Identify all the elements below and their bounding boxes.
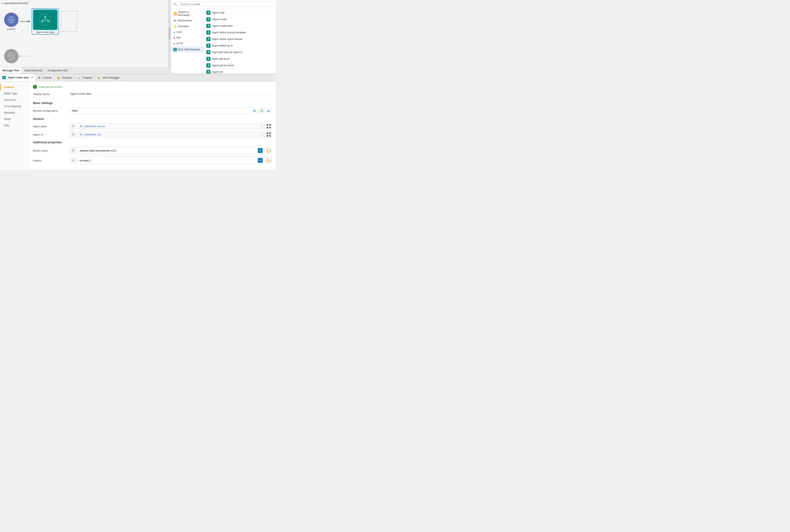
- cat-core[interactable]: ● Core: [171, 29, 204, 35]
- model-name-fx-btn[interactable]: fx: [70, 148, 77, 153]
- palette-search-icon: 🔍: [173, 3, 177, 6]
- agent-id-fx-btn[interactable]: fx: [70, 132, 77, 137]
- model-name-dropdown[interactable]: amazon.titan-text-premier-v1:0 ▾: [78, 147, 265, 154]
- nav-mime-type[interactable]: MIME Type: [0, 90, 29, 97]
- cat-add-modules[interactable]: ⊕ Add Modules: [171, 18, 204, 23]
- nav-help[interactable]: Help: [0, 122, 29, 129]
- nav-metadata[interactable]: Metadata: [0, 109, 29, 116]
- module-config-add-btn[interactable]: [259, 108, 265, 114]
- config-tab-console[interactable]: 🖥 Console: [36, 74, 54, 81]
- config-tab-close[interactable]: ✕: [31, 76, 33, 79]
- core-icon: ●: [173, 31, 175, 34]
- file-icon: ●: [173, 36, 175, 39]
- module-config-label: Module configuration:: [33, 109, 70, 112]
- config-tab-problems[interactable]: ⚠️ Problems: [54, 74, 75, 81]
- svg-rect-70: [267, 127, 268, 128]
- nav-notes[interactable]: Notes: [0, 116, 29, 122]
- agent-get-by-name-item-icon: [206, 63, 210, 68]
- agent-id-matrix-btn[interactable]: [266, 132, 271, 137]
- model-name-refresh-btn[interactable]: [266, 148, 271, 153]
- region-fx-btn[interactable]: fx: [70, 157, 77, 163]
- config-section: Agent create alias ✕ 🖥 Console ⚠️ Proble…: [0, 74, 276, 170]
- agent-create-alias-icon: [33, 10, 58, 30]
- palette-search-input[interactable]: [178, 2, 273, 7]
- listener-label: Listener: [7, 28, 15, 30]
- model-name-label: Model name:: [33, 149, 70, 152]
- display-name-value[interactable]: Agent create alias: [70, 92, 271, 96]
- agent-list-item-icon: [206, 70, 210, 74]
- listener-icon: ↗: [4, 13, 19, 27]
- model-name-row: Model name: fx amazon.titan-text-premier…: [33, 147, 271, 154]
- config-body: General MIME Type Advanced Error Mapping…: [0, 81, 276, 170]
- agent-get-by-id-item-icon: [206, 57, 210, 61]
- agent-alias-input[interactable]: #[ payload.alias ]: [78, 124, 265, 129]
- basic-settings-title: Basic Settings: [33, 101, 271, 106]
- svg-rect-75: [269, 135, 271, 136]
- agent-id-input[interactable]: #[ payload.id ]: [78, 132, 265, 137]
- cat-search-exchange[interactable]: 🔀 Search in Exchange...: [171, 10, 204, 18]
- config-tab-progress[interactable]: 📊 Progress: [75, 74, 95, 81]
- empty-node-placeholder: [61, 11, 77, 32]
- tab-global-elements[interactable]: Global Elements: [22, 67, 45, 74]
- agent-id-input-group: fx #[ payload.id ]: [70, 132, 271, 137]
- cat-mac-aws-bedrock[interactable]: MAC AWS Bedrock: [171, 46, 204, 53]
- tab-configuration-xml[interactable]: Configuration XML: [45, 67, 71, 74]
- listener-node[interactable]: ↗ Listener: [4, 13, 19, 30]
- tab-message-flow[interactable]: Message Flow: [0, 67, 22, 74]
- svg-line-10: [45, 17, 48, 21]
- collapse-triangle[interactable]: ▼: [2, 2, 4, 4]
- palette-item-agent-delete-aliases[interactable]: Agent delete agent aliases: [204, 36, 276, 42]
- module-config-edit-btn[interactable]: [266, 108, 271, 114]
- cat-favorites[interactable]: ⭐ Favorites: [171, 23, 204, 29]
- region-refresh-btn[interactable]: [266, 157, 271, 163]
- config-tab-mule-debugger[interactable]: 🐛 Mule Debugger: [95, 74, 122, 81]
- agent-create-alias-node[interactable]: Agent create alias: [32, 8, 59, 35]
- canvas-area: ▼ aws-bedrockFlow16 ↗ Listener: [0, 0, 171, 74]
- palette-item-agent-list[interactable]: Agent list: [204, 69, 276, 74]
- add-modules-icon: ⊕: [173, 19, 176, 22]
- region-row: Region: fx us-east-1 ▾: [33, 157, 271, 164]
- palette-item-agent-delete-by-id[interactable]: Agent delete by id: [204, 42, 276, 49]
- agent-alias-fx-btn[interactable]: fx: [70, 124, 77, 129]
- palette-item-agent-chat[interactable]: Agent chat: [204, 10, 276, 16]
- cat-http[interactable]: ● HTTP: [171, 41, 204, 46]
- flow-title: aws-bedrockFlow16: [4, 2, 29, 5]
- flow-arrow: [20, 20, 30, 22]
- nav-advanced[interactable]: Advanced: [0, 97, 29, 103]
- status-check-icon: ✓: [33, 85, 37, 89]
- general-section-title: General: [33, 117, 271, 121]
- progress-icon: 📊: [77, 76, 80, 79]
- agent-delete-aliases-item-icon: [206, 37, 210, 41]
- agent-id-label: Agent id:: [33, 133, 70, 136]
- status-text: There are no errors.: [39, 86, 62, 89]
- canvas-title: ▼ aws-bedrockFlow16: [2, 2, 29, 5]
- dashed-return-arrow: [19, 55, 33, 57]
- nav-error-mapping[interactable]: Error Mapping: [0, 103, 29, 109]
- canvas-scrollbar[interactable]: [168, 0, 171, 67]
- nav-general[interactable]: General: [0, 84, 29, 90]
- agent-id-row: Agent id: fx #[ payload.id ]: [33, 132, 271, 137]
- palette-item-agent-get-by-name[interactable]: Agent get by name: [204, 62, 276, 69]
- palette-item-agent-get-alias[interactable]: Agent get alias by agent id: [204, 49, 276, 56]
- config-main: ✓ There are no errors. Display Name: Age…: [29, 81, 276, 170]
- display-name-label: Display Name:: [33, 93, 70, 96]
- module-config-select-container: AWS ⊞: [70, 108, 271, 114]
- bottom-listener-node[interactable]: [4, 49, 19, 63]
- svg-rect-72: [267, 132, 268, 134]
- agent-alias-label: Agent alias:: [33, 125, 70, 128]
- module-config-row: Module configuration: AWS ⊞: [33, 108, 271, 114]
- agent-alias-matrix-btn[interactable]: [266, 124, 271, 129]
- agent-alias-input-group: fx #[ payload.alias ]: [70, 124, 271, 129]
- palette-item-agent-define-prompt[interactable]: Agent define prompt template: [204, 29, 276, 36]
- palette-item-agent-create-alias[interactable]: Agent create alias: [204, 23, 276, 29]
- svg-point-12: [44, 19, 46, 21]
- module-config-select[interactable]: AWS ⊞: [70, 108, 258, 114]
- palette-item-agent-get-by-id[interactable]: Agent get by id: [204, 56, 276, 62]
- palette-body: 🔀 Search in Exchange... ⊕ Add Modules ⭐ …: [171, 8, 276, 74]
- cat-file[interactable]: ● File: [171, 35, 204, 41]
- palette-item-agent-create[interactable]: Agent create: [204, 16, 276, 23]
- region-dropdown[interactable]: us-east-1 ▾: [78, 157, 265, 164]
- agent-create-item-icon: [206, 17, 210, 21]
- region-dropdown-arrow: ▾: [258, 158, 263, 163]
- config-tab-agent-create-alias[interactable]: Agent create alias ✕: [0, 74, 36, 81]
